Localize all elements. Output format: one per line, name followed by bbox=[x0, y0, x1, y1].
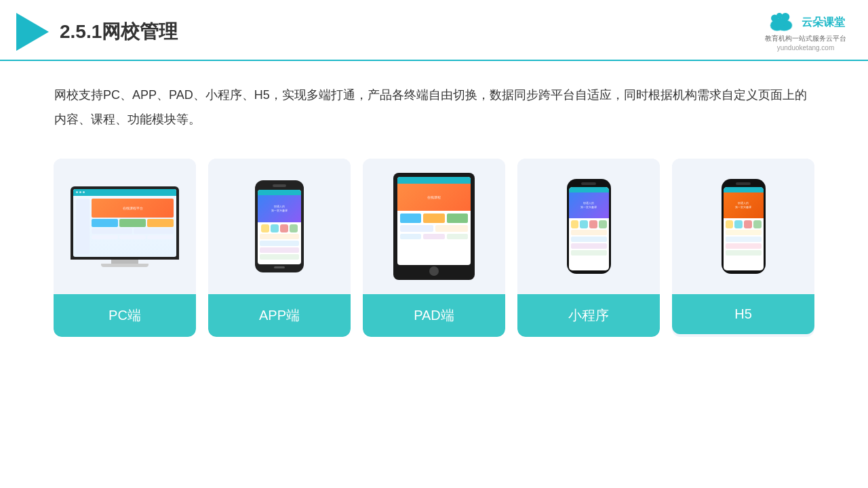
brand-url: yunduoketang.com bbox=[777, 44, 835, 52]
card-h5-image: 职通人的第一堂兴趣课 bbox=[672, 159, 814, 294]
card-pad-label: PAD端 bbox=[363, 294, 505, 337]
tablet-mockup: 在线课程 bbox=[393, 173, 475, 280]
svg-point-7 bbox=[781, 13, 789, 21]
description-text: 网校支持PC、APP、PAD、小程序、H5，实现多端打通，产品各终端自由切换，数… bbox=[0, 61, 868, 145]
brand-area: 云朵课堂 教育机构一站式服务云平台 yunduoketang.com bbox=[765, 12, 846, 52]
card-h5: 职通人的第一堂兴趣课 bbox=[672, 159, 814, 337]
brand-name: 云朵课堂 bbox=[802, 16, 845, 30]
card-pc-label: PC端 bbox=[54, 294, 196, 337]
pc-mockup: 在线课程平台 bbox=[71, 186, 179, 267]
page-title: 2.5.1网校管理 bbox=[60, 19, 178, 45]
card-app-image: 职通人的第一堂兴趣课 bbox=[208, 159, 351, 294]
card-miniprogram-image: 职通人的第一堂兴趣课 bbox=[517, 159, 660, 294]
cards-container: 在线课程平台 bbox=[0, 145, 868, 357]
h5-phone-mockup: 职通人的第一堂兴趣课 bbox=[722, 179, 766, 274]
header-left: 2.5.1网校管理 bbox=[16, 13, 178, 51]
cloud-icon bbox=[766, 12, 796, 33]
card-app-label: APP端 bbox=[208, 294, 351, 337]
mini-phone-mockup: 职通人的第一堂兴趣课 bbox=[567, 179, 611, 274]
card-miniprogram: 职通人的第一堂兴趣课 bbox=[517, 159, 660, 337]
card-pc-image: 在线课程平台 bbox=[54, 159, 196, 294]
card-pad-image: 在线课程 bbox=[363, 159, 505, 294]
brand-logo: 云朵课堂 bbox=[766, 12, 845, 33]
card-miniprogram-label: 小程序 bbox=[517, 294, 660, 337]
card-pad: 在线课程 bbox=[363, 159, 505, 337]
logo-triangle-icon bbox=[16, 13, 49, 51]
card-app: 职通人的第一堂兴趣课 bbox=[208, 159, 351, 337]
svg-point-8 bbox=[776, 13, 783, 19]
brand-tagline: 教育机构一站式服务云平台 bbox=[765, 34, 846, 43]
phone-app-mockup: 职通人的第一堂兴趣课 bbox=[255, 180, 304, 272]
card-pc: 在线课程平台 bbox=[54, 159, 196, 337]
card-h5-label: H5 bbox=[672, 294, 814, 334]
header: 2.5.1网校管理 云朵课堂 教育机构一站式服务云平台 yunduoketang… bbox=[0, 0, 868, 61]
